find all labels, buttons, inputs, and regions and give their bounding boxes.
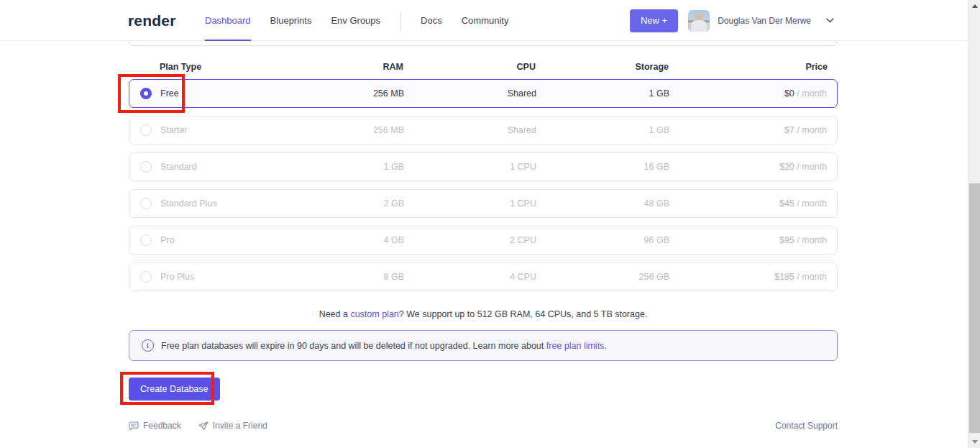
info-icon: i: [142, 339, 154, 352]
plan-row-pro[interactable]: Pro 4 GB 2 CPU 96 GB $95 / month: [129, 226, 838, 255]
plan-cpu: Shared: [406, 125, 539, 135]
render-logo[interactable]: render: [128, 0, 176, 41]
plan-storage: 1 GB: [539, 88, 672, 99]
plan-ram: 256 MB: [320, 88, 406, 99]
plan-row-pro-plus[interactable]: Pro Plus 8 GB 4 CPU 256 GB $185 / month: [129, 262, 838, 291]
plan-price: $95 / month: [672, 235, 837, 245]
plan-storage: 16 GB: [539, 162, 672, 172]
free-plan-info-banner: i Free plan databases will expire in 90 …: [129, 330, 838, 361]
radio-unselected-icon[interactable]: [140, 124, 152, 136]
plan-row-free[interactable]: Free 256 MB Shared 1 GB $0 / month: [129, 79, 838, 108]
plan-ram: 256 MB: [320, 125, 406, 135]
tab-community[interactable]: Community: [462, 0, 509, 41]
plan-cpu: 4 CPU: [406, 272, 539, 282]
plan-cpu: 1 CPU: [406, 198, 539, 209]
vertical-scrollbar[interactable]: [968, 0, 980, 448]
paper-plane-icon: [198, 421, 209, 431]
col-plan-type: Plan Type: [129, 62, 319, 72]
radio-unselected-icon[interactable]: [140, 234, 152, 246]
clipped-select-bottom: [129, 41, 838, 46]
plan-table-header: Plan Type RAM CPU Storage Price: [129, 61, 838, 73]
scrollbar-up-arrow[interactable]: [968, 0, 980, 12]
plan-row-standard-plus[interactable]: Standard Plus 2 GB 1 CPU 48 GB $45 / mon…: [129, 189, 838, 218]
feedback-label: Feedback: [143, 421, 181, 431]
plan-price: $185 / month: [672, 272, 837, 282]
user-avatar[interactable]: [688, 10, 710, 32]
plan-name: Pro: [160, 235, 174, 245]
tab-docs[interactable]: Docs: [421, 0, 442, 41]
radio-selected-icon[interactable]: [140, 88, 152, 99]
tab-env-groups[interactable]: Env Groups: [331, 0, 380, 41]
plan-name: Free: [160, 88, 179, 99]
plan-cpu: Shared: [406, 88, 539, 99]
plan-row-standard[interactable]: Standard 1 GB 1 CPU 16 GB $20 / month: [129, 152, 838, 181]
radio-unselected-icon[interactable]: [140, 161, 152, 173]
col-cpu: CPU: [406, 62, 538, 72]
main-nav: Dashboard Blueprints Env Groups Docs Com…: [205, 0, 528, 41]
scrollbar-down-arrow[interactable]: [968, 436, 980, 448]
plan-price: $7 / month: [672, 125, 837, 135]
plan-price: $45 / month: [672, 198, 837, 209]
plan-name: Pro Plus: [160, 272, 194, 282]
plan-cpu: 2 CPU: [406, 235, 539, 245]
feedback-bubble-icon: [129, 421, 139, 431]
contact-support-link[interactable]: Contact Support: [775, 421, 838, 431]
chevron-down-icon[interactable]: [826, 18, 834, 23]
custom-plan-link[interactable]: custom plan: [350, 309, 398, 319]
plan-name: Starter: [160, 125, 188, 135]
plan-cpu: 1 CPU: [406, 162, 539, 172]
radio-unselected-icon[interactable]: [140, 198, 152, 209]
nav-divider: [400, 12, 401, 30]
plan-ram: 8 GB: [320, 272, 406, 282]
tab-blueprints[interactable]: Blueprints: [270, 0, 312, 41]
plan-price: $0 / month: [672, 88, 837, 99]
avatar-photo: [695, 13, 703, 21]
plan-ram: 2 GB: [320, 198, 406, 209]
new-button[interactable]: New +: [630, 9, 678, 32]
scrollbar-thumb[interactable]: [969, 183, 980, 433]
plan-row-starter[interactable]: Starter 256 MB Shared 1 GB $7 / month: [129, 116, 838, 145]
radio-unselected-icon[interactable]: [140, 271, 152, 283]
footer: Feedback Invite a Friend Contact Support: [129, 419, 838, 432]
invite-friend-label: Invite a Friend: [213, 421, 267, 431]
plan-ram: 1 GB: [320, 162, 406, 172]
plan-name: Standard Plus: [160, 198, 217, 209]
plan-storage: 1 GB: [539, 125, 672, 135]
col-price: Price: [671, 62, 838, 72]
plan-storage: 96 GB: [539, 235, 672, 245]
plan-price: $20 / month: [672, 162, 837, 172]
plan-storage: 48 GB: [539, 198, 672, 209]
col-storage: Storage: [538, 62, 671, 72]
top-nav-bar: render Dashboard Blueprints Env Groups D…: [0, 0, 968, 41]
page: render Dashboard Blueprints Env Groups D…: [0, 0, 968, 448]
custom-plan-note: Need a custom plan? We support up to 512…: [129, 309, 838, 319]
invite-friend-button[interactable]: Invite a Friend: [198, 421, 267, 431]
create-database-button[interactable]: Create Database: [129, 378, 220, 401]
feedback-button[interactable]: Feedback: [129, 421, 181, 431]
plan-ram: 4 GB: [320, 235, 406, 245]
tab-dashboard[interactable]: Dashboard: [205, 0, 251, 41]
plan-name: Standard: [160, 162, 197, 172]
col-ram: RAM: [319, 62, 406, 72]
user-name[interactable]: Douglas Van Der Merwe: [718, 16, 811, 26]
free-plan-limits-link[interactable]: free plan limits: [546, 341, 605, 351]
header-right-group: New + Douglas Van Der Merwe: [630, 0, 834, 41]
plan-storage: 256 GB: [539, 272, 672, 282]
